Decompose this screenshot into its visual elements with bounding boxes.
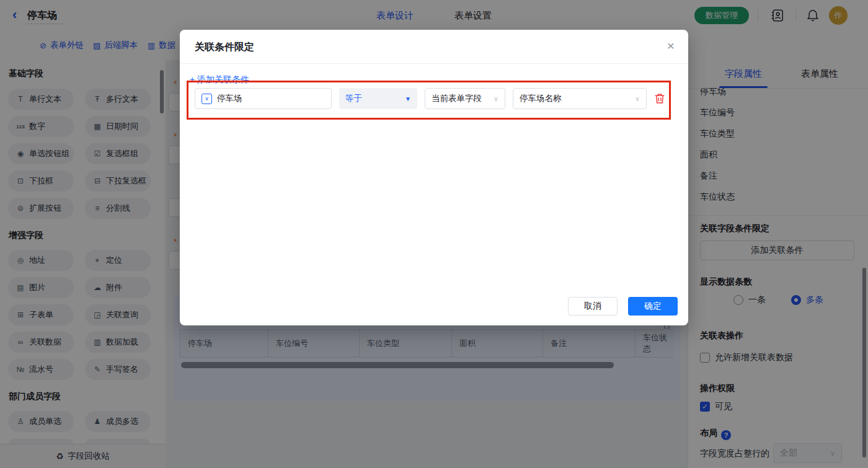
app: ‹ 停车场 表单设计 表单设置 数据管理 作 ⊘ 表单外链 ▨ <box>0 0 868 468</box>
cancel-button[interactable]: 取消 <box>568 297 618 316</box>
caret-down-icon: ▼ <box>405 95 411 102</box>
condition-scope-select[interactable]: 当前表单字段 ∨ <box>425 88 505 109</box>
condition-operator-value: 等于 <box>345 93 362 104</box>
condition-scope-value: 当前表单字段 <box>432 93 482 104</box>
close-icon[interactable]: × <box>667 38 675 53</box>
modal-title: 关联条件限定 <box>195 41 254 54</box>
confirm-button[interactable]: 确定 <box>628 297 678 316</box>
condition-field-select[interactable]: ∨ 停车场 <box>195 88 332 109</box>
select-field-icon: ∨ <box>202 94 212 104</box>
chevron-down-icon: ∨ <box>494 95 498 103</box>
condition-field-value: 停车场 <box>217 93 242 104</box>
delete-condition-icon[interactable] <box>653 92 666 105</box>
add-condition-link[interactable]: + 添加关联条件 <box>190 74 249 86</box>
condition-value-value: 停车场名称 <box>520 93 562 104</box>
condition-operator-select[interactable]: 等于 ▼ <box>339 88 417 109</box>
assoc-condition-modal: 关联条件限定 × + 添加关联条件 ∨ 停车场 等于 ▼ 当前表单字段 ∨ 停车… <box>180 30 688 325</box>
chevron-down-icon: ∨ <box>635 95 640 103</box>
condition-value-select[interactable]: 停车场名称 ∨ <box>513 88 647 109</box>
modal-header: 关联条件限定 × <box>180 30 688 64</box>
